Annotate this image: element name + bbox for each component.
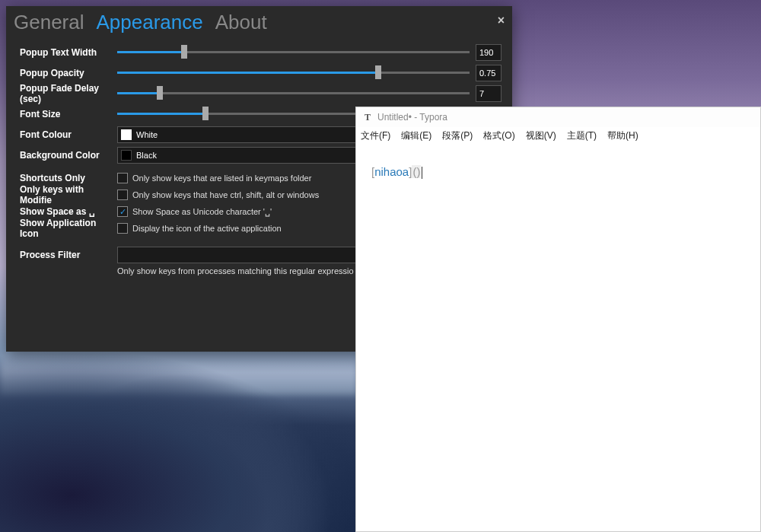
menu-edit[interactable]: 编辑(E) xyxy=(401,129,431,142)
checkbox-shortcuts-only[interactable] xyxy=(117,173,128,183)
desc-shortcuts-only: Only show keys that are listed in keymap… xyxy=(132,174,311,183)
menu-theme[interactable]: 主题(T) xyxy=(567,129,597,142)
label-process-filter: Process Filter xyxy=(20,250,117,260)
tab-about[interactable]: About xyxy=(215,11,267,34)
checkbox-only-modifier[interactable] xyxy=(117,190,128,200)
slider-popup-text-width[interactable] xyxy=(117,45,470,60)
menu-help[interactable]: 帮助(H) xyxy=(607,129,638,142)
label-background-color: Background Color xyxy=(20,150,117,161)
checkbox-show-space[interactable] xyxy=(117,206,128,217)
slider-popup-fade-delay[interactable] xyxy=(117,86,470,101)
font-colour-value: White xyxy=(136,130,158,139)
menu-format[interactable]: 格式(O) xyxy=(483,129,514,142)
close-icon[interactable]: × xyxy=(498,14,505,27)
typora-menubar: 文件(F) 编辑(E) 段落(P) 格式(O) 视图(V) 主题(T) 帮助(H… xyxy=(356,127,760,144)
md-paren: () xyxy=(412,165,421,178)
desc-show-space: Show Space as Unicode character '␣' xyxy=(132,207,272,217)
checkbox-show-app-icon[interactable] xyxy=(117,223,128,234)
label-font-colour: Font Colour xyxy=(20,129,117,140)
label-font-size: Font Size xyxy=(20,109,117,119)
label-popup-fade-delay: Popup Fade Delay (sec) xyxy=(20,83,117,104)
label-only-modifier: Only keys with Modifie xyxy=(20,184,117,205)
swatch-white-icon xyxy=(121,129,132,140)
menu-paragraph[interactable]: 段落(P) xyxy=(442,129,473,142)
label-show-app-icon: Show Application Icon xyxy=(20,218,117,239)
typora-titlebar[interactable]: T Untitled• - Typora xyxy=(356,107,760,127)
slider-popup-opacity[interactable] xyxy=(117,65,470,81)
md-link-text: nihaoa xyxy=(374,165,409,178)
input-popup-opacity[interactable] xyxy=(476,65,501,81)
menu-view[interactable]: 视图(V) xyxy=(526,129,556,142)
desc-show-app-icon: Display the icon of the active applicati… xyxy=(132,224,282,233)
tab-general[interactable]: General xyxy=(14,11,84,34)
tab-bar: General Appearance About × xyxy=(6,6,512,34)
label-popup-text-width: Popup Text Width xyxy=(20,47,117,58)
input-popup-text-width[interactable] xyxy=(476,44,501,61)
tab-appearance[interactable]: Appearance xyxy=(97,11,203,34)
input-popup-fade-delay[interactable] xyxy=(476,85,501,102)
menu-file[interactable]: 文件(F) xyxy=(361,129,390,142)
text-cursor-icon xyxy=(422,167,422,179)
desc-only-modifier: Only show keys that have ctrl, shift, al… xyxy=(132,190,319,199)
label-shortcuts-only: Shortcuts Only xyxy=(20,173,117,183)
typora-editor[interactable]: [nihaoa]() xyxy=(356,144,760,200)
background-color-value: Black xyxy=(136,151,157,160)
label-show-space: Show Space as ␣ xyxy=(20,206,117,217)
swatch-black-icon xyxy=(121,150,132,161)
typora-window: T Untitled• - Typora 文件(F) 编辑(E) 段落(P) 格… xyxy=(355,107,761,532)
typora-app-icon: T xyxy=(362,112,373,123)
typora-title-text: Untitled• - Typora xyxy=(377,112,447,123)
label-popup-opacity: Popup Opacity xyxy=(20,68,117,78)
